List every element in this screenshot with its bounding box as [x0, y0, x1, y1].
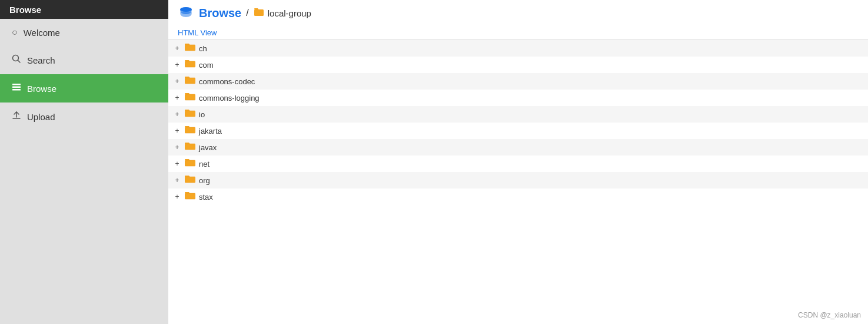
sidebar-item-search-label: Search — [27, 55, 55, 65]
expand-icon[interactable]: + — [173, 44, 181, 52]
tree-row[interactable]: + stax — [168, 189, 868, 205]
tree-item-name: ch — [199, 44, 207, 53]
tree-row[interactable]: + com — [168, 57, 868, 73]
tree-item-name: stax — [199, 193, 213, 201]
expand-icon[interactable]: + — [173, 160, 181, 168]
tree-item-name: javax — [199, 143, 217, 152]
expand-icon[interactable]: + — [173, 143, 181, 151]
sidebar-item-welcome-label: Welcome — [24, 28, 60, 38]
html-view-link[interactable]: HTML View — [168, 26, 868, 40]
sidebar-item-browse-label: Browse — [27, 84, 56, 94]
svg-rect-23 — [185, 177, 195, 183]
folder-icon — [185, 125, 195, 136]
svg-rect-21 — [185, 160, 195, 166]
svg-rect-11 — [185, 78, 195, 84]
main-header: Browse / local-group — [168, 0, 868, 26]
sidebar-item-upload[interactable]: Upload — [0, 103, 168, 131]
main-content: Browse / local-group HTML View + — [168, 0, 868, 324]
expand-icon[interactable]: + — [173, 110, 181, 118]
svg-rect-4 — [12, 89, 21, 91]
sidebar-item-search[interactable]: Search — [0, 46, 168, 74]
browse-icon — [12, 82, 21, 94]
tree-row[interactable]: + commons-logging — [168, 90, 868, 106]
tree-row[interactable]: + net — [168, 156, 868, 172]
tree-row[interactable]: + io — [168, 106, 868, 123]
tree-item-name: com — [199, 61, 214, 70]
svg-rect-15 — [185, 111, 195, 117]
folder-icon — [185, 43, 195, 54]
tree-item-name: net — [199, 160, 209, 168]
upload-icon — [12, 111, 21, 123]
svg-line-1 — [18, 61, 21, 63]
expand-icon[interactable]: + — [173, 176, 181, 184]
svg-rect-13 — [185, 94, 195, 100]
tree-item-name: jakarta — [199, 127, 222, 135]
expand-icon[interactable]: + — [173, 193, 181, 201]
svg-rect-19 — [185, 144, 195, 150]
breadcrumb-group-label: local-group — [268, 8, 311, 18]
svg-rect-6 — [254, 9, 264, 16]
svg-rect-2 — [12, 84, 21, 85]
svg-rect-25 — [185, 193, 195, 199]
sidebar-item-welcome[interactable]: ○ Welcome — [0, 19, 168, 46]
breadcrumb-separator: / — [246, 8, 248, 18]
tree-item-name: org — [199, 176, 210, 185]
folder-icon — [185, 191, 195, 202]
sidebar-item-upload-label: Upload — [27, 112, 55, 122]
tree-row[interactable]: + jakarta — [168, 123, 868, 139]
welcome-icon: ○ — [12, 27, 18, 38]
folder-icon — [185, 92, 195, 103]
expand-icon[interactable]: + — [173, 94, 181, 102]
folder-icon — [185, 76, 195, 87]
folder-icon — [185, 142, 195, 153]
sidebar-header: Browse — [0, 0, 168, 19]
sidebar: Browse ○ Welcome Search Browse — [0, 0, 168, 324]
folder-icon — [185, 158, 195, 169]
db-icon — [178, 5, 194, 21]
svg-rect-17 — [185, 127, 195, 133]
search-icon — [12, 54, 21, 66]
breadcrumb-title: Browse — [199, 6, 241, 20]
tree-container: + ch + com + — [168, 40, 868, 324]
expand-icon[interactable]: + — [173, 61, 181, 69]
browse-header-label: Browse — [9, 5, 41, 15]
breadcrumb: Browse / local-group — [178, 5, 311, 21]
svg-rect-3 — [12, 87, 21, 88]
expand-icon[interactable]: + — [173, 127, 181, 135]
sidebar-item-browse[interactable]: Browse — [0, 74, 168, 103]
tree-item-name: commons-logging — [199, 94, 260, 103]
watermark: CSDN @z_xiaoluan — [798, 311, 861, 319]
tree-row[interactable]: + ch — [168, 40, 868, 57]
tree-item-name: io — [199, 110, 205, 119]
folder-icon — [185, 109, 195, 120]
svg-rect-7 — [185, 45, 195, 51]
folder-icon — [185, 59, 195, 70]
tree-row[interactable]: + org — [168, 172, 868, 189]
breadcrumb-group: local-group — [254, 6, 311, 19]
tree-row[interactable]: + javax — [168, 139, 868, 156]
tree-item-name: commons-codec — [199, 77, 255, 86]
tree-row[interactable]: + commons-codec — [168, 73, 868, 90]
folder-icon — [185, 175, 195, 186]
group-folder-icon — [254, 6, 264, 19]
svg-rect-9 — [185, 61, 195, 67]
expand-icon[interactable]: + — [173, 77, 181, 85]
